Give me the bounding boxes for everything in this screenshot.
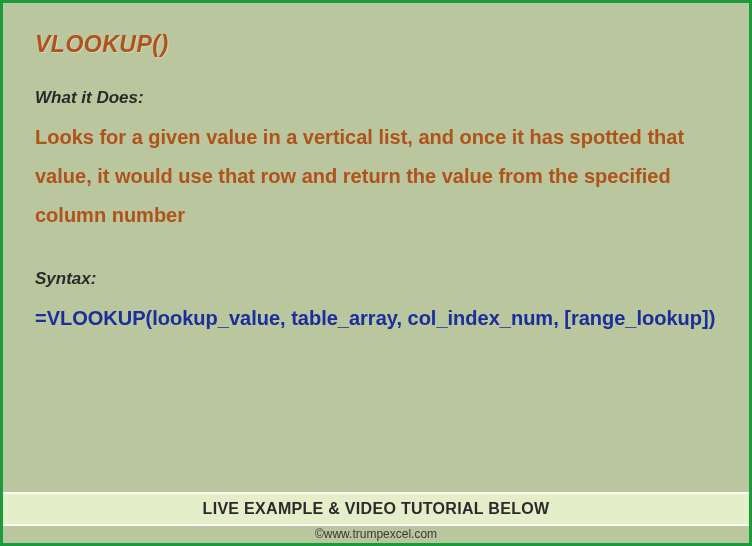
syntax-text: =VLOOKUP(lookup_value, table_array, col_… — [35, 299, 717, 338]
function-title: VLOOKUP() — [35, 31, 717, 58]
function-card: VLOOKUP() What it Does: Looks for a give… — [0, 0, 752, 546]
footer-bar: LIVE EXAMPLE & VIDEO TUTORIAL BELOW — [3, 492, 749, 526]
what-it-does-text: Looks for a given value in a vertical li… — [35, 118, 717, 235]
what-it-does-label: What it Does: — [35, 88, 717, 108]
syntax-label: Syntax: — [35, 269, 717, 289]
credit-text: ©www.trumpexcel.com — [3, 526, 749, 543]
card-content: VLOOKUP() What it Does: Looks for a give… — [3, 3, 749, 492]
